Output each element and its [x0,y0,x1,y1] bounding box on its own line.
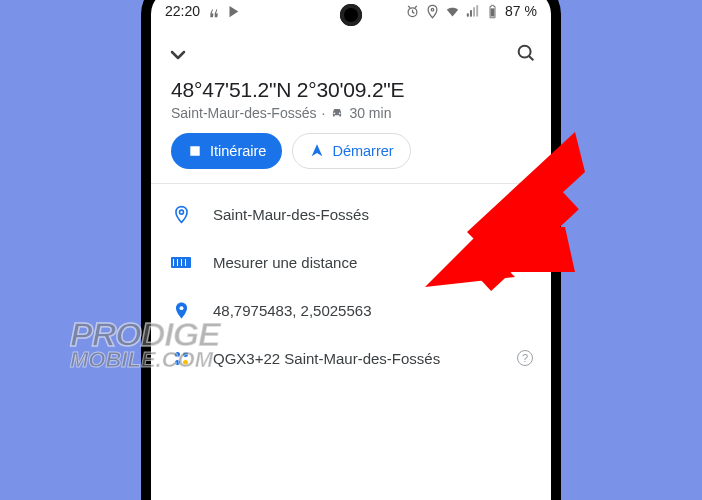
decimal-coords-row[interactable]: 48,7975483, 2,5025563 [151,286,551,334]
pin-filled-icon [172,301,191,320]
help-icon[interactable]: ? [517,350,533,366]
car-icon [330,106,344,120]
search-icon [515,42,537,64]
directions-button[interactable]: Itinéraire [171,133,282,169]
wifi-icon [445,4,460,19]
start-label: Démarrer [332,143,393,159]
separator-dot: · [322,105,326,121]
camera-hole [340,4,362,26]
plus-code-icon [175,352,188,365]
svg-point-1 [431,8,434,11]
svg-rect-2 [491,8,495,16]
plus-code-label: QGX3+22 Saint-Maur-des-Fossés [213,350,440,367]
screen: 22:20 87 % 48°47'51.2"N 2°3 [151,0,551,500]
battery-icon [485,4,500,19]
status-battery-text: 87 % [505,3,537,19]
duration-text: 30 min [349,105,391,121]
details-list: Saint-Maur-des-Fossés Mesurer une distan… [151,184,551,388]
measure-label: Mesurer une distance [213,254,357,271]
svg-line-4 [529,56,533,60]
place-subline: Saint-Maur-des-Fossés · 30 min [171,105,531,121]
collapse-button[interactable] [165,42,191,68]
chevron-down-icon [166,43,190,67]
svg-point-6 [179,306,183,310]
directions-label: Itinéraire [210,143,266,159]
navigate-icon [309,143,325,159]
directions-icon [187,143,203,159]
signal-icon [465,4,480,19]
place-label: Saint-Maur-des-Fossés [213,206,369,223]
prayer-icon [206,4,221,19]
locality-text: Saint-Maur-des-Fossés [171,105,317,121]
decimal-coords-label: 48,7975483, 2,5025563 [213,302,372,319]
place-title: 48°47'51.2"N 2°30'09.2"E [171,78,531,102]
alarm-icon [405,4,420,19]
svg-point-3 [519,46,531,58]
phone-frame: 22:20 87 % 48°47'51.2"N 2°3 [141,0,561,500]
sheet-header [151,32,551,76]
svg-point-5 [179,210,183,214]
measure-distance-row[interactable]: Mesurer une distance [151,238,551,286]
pin-outline-icon [172,205,191,224]
status-time: 22:20 [165,3,200,19]
ruler-icon [171,257,191,268]
play-store-icon [227,4,242,19]
place-row[interactable]: Saint-Maur-des-Fossés [151,190,551,238]
location-status-icon [425,4,440,19]
plus-code-row[interactable]: QGX3+22 Saint-Maur-des-Fossés ? [151,334,551,382]
start-button[interactable]: Démarrer [292,133,410,169]
search-button[interactable] [515,42,537,68]
place-info: 48°47'51.2"N 2°30'09.2"E Saint-Maur-des-… [151,76,551,184]
